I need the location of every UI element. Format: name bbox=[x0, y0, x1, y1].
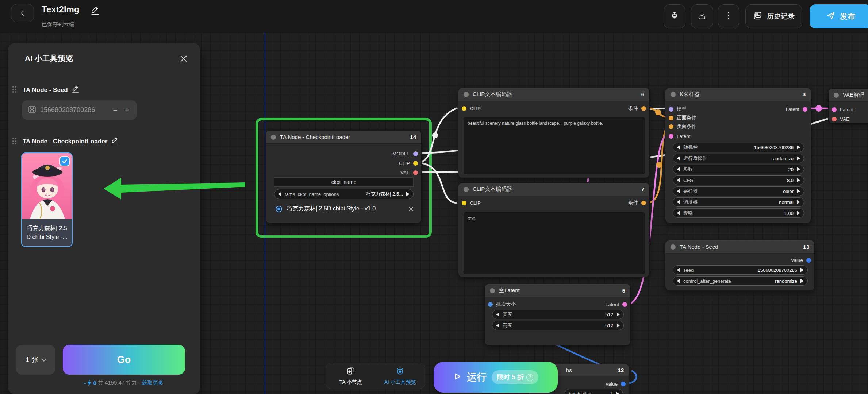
tab-ai-widget-preview[interactable]: AI 小工具预览 bbox=[376, 363, 425, 389]
collapse-dot-icon[interactable] bbox=[671, 244, 676, 250]
inc-icon[interactable] bbox=[617, 323, 620, 328]
node-title-bar[interactable]: K采样器 3 bbox=[665, 88, 811, 101]
widget-height[interactable]: 高度 512 bbox=[492, 321, 624, 330]
value-port-dot[interactable] bbox=[806, 258, 811, 263]
widget-sampler[interactable]: 采样器 euler bbox=[673, 186, 804, 196]
seed-input[interactable]: 156680208700286 − + bbox=[22, 100, 137, 120]
inc-icon[interactable] bbox=[797, 200, 800, 204]
node-title-bar[interactable]: TA Node - Seed 13 bbox=[665, 240, 814, 254]
clip-port-dot[interactable] bbox=[462, 201, 466, 205]
node-empty-latent[interactable]: 空Latent 5 批次大小 Latent 宽度 512 高度 512 bbox=[484, 284, 631, 345]
port-value-out[interactable]: value bbox=[791, 256, 811, 264]
dec-icon[interactable] bbox=[677, 189, 680, 193]
cond-port-dot[interactable] bbox=[641, 201, 646, 205]
port-latent-out[interactable]: Latent bbox=[605, 301, 627, 308]
port-positive-in[interactable]: 正面条件 bbox=[669, 114, 696, 121]
latent-port-dot[interactable] bbox=[832, 107, 837, 112]
node-title-bar[interactable]: CLIP文本编码器 6 bbox=[458, 88, 649, 101]
collapse-dot-icon[interactable] bbox=[671, 92, 676, 97]
combo-prev-icon[interactable] bbox=[278, 192, 281, 196]
latent-port-dot[interactable] bbox=[622, 302, 627, 307]
value-port-dot[interactable] bbox=[621, 382, 626, 386]
publish-button[interactable]: 发布 bbox=[810, 4, 868, 28]
port-clip-in[interactable]: CLIP bbox=[462, 105, 481, 112]
model-port-dot[interactable] bbox=[669, 107, 673, 112]
port-cond-out[interactable]: 条件 bbox=[628, 199, 646, 206]
port-model-in[interactable]: 模型 bbox=[669, 105, 687, 113]
clip-port-dot[interactable] bbox=[462, 106, 466, 111]
model-card[interactable]: 巧克力森林| 2.5 D chibi Style -... bbox=[21, 152, 73, 247]
node-vae-decode[interactable]: VAE解码 Latent VAE bbox=[828, 88, 868, 123]
widget-seed[interactable]: 随机种 156680208700286 bbox=[673, 143, 804, 152]
dec-icon[interactable] bbox=[677, 156, 680, 161]
node-clip-encode-negative[interactable]: CLIP文本编码器 7 CLIP 条件 text bbox=[458, 182, 650, 277]
clip-port-dot[interactable] bbox=[413, 161, 418, 166]
close-icon[interactable] bbox=[180, 55, 188, 63]
node-title-bar[interactable]: 空Latent 5 bbox=[485, 284, 630, 297]
port-negative-in[interactable]: 负面条件 bbox=[669, 123, 696, 130]
edit-icon[interactable] bbox=[111, 136, 119, 147]
port-cond-out[interactable]: 条件 bbox=[628, 105, 646, 112]
port-vae[interactable]: VAE bbox=[400, 169, 418, 176]
latent-port-dot[interactable] bbox=[669, 134, 673, 139]
dec-icon[interactable] bbox=[677, 279, 680, 283]
edit-title-icon[interactable] bbox=[91, 5, 100, 17]
remove-model-icon[interactable] bbox=[408, 206, 414, 212]
clean-canvas-button[interactable] bbox=[664, 4, 685, 28]
widget-seed[interactable]: seed 156680208700286 bbox=[673, 265, 808, 275]
inc-icon[interactable] bbox=[797, 211, 800, 215]
inc-icon[interactable] bbox=[800, 279, 804, 283]
port-clip[interactable]: CLIP bbox=[399, 159, 418, 167]
port-value-out[interactable]: value bbox=[606, 380, 626, 387]
node-checkpoint-loader[interactable]: TA Node - CheckpointLoader 14 MODEL CLIP… bbox=[265, 130, 422, 223]
widget-batch-size[interactable]: batch_size 1 bbox=[565, 389, 623, 394]
tab-ta-nodes[interactable]: TA 小节点 bbox=[326, 363, 376, 389]
dec-icon[interactable] bbox=[677, 178, 680, 182]
port-vae-in[interactable]: VAE bbox=[832, 115, 849, 123]
node-title-bar[interactable]: VAE解码 bbox=[829, 89, 868, 102]
widget-control-after-generate[interactable]: control_after_generate randomize bbox=[673, 276, 808, 286]
get-more-link[interactable]: 获取更多 bbox=[142, 379, 164, 386]
port-model[interactable]: MODEL bbox=[392, 150, 418, 157]
inc-icon[interactable] bbox=[797, 178, 800, 182]
port-batch-in[interactable]: 批次大小 bbox=[488, 301, 516, 308]
dec-icon[interactable] bbox=[677, 167, 680, 171]
run-button[interactable]: 运行 限时 5 折 ? bbox=[434, 362, 558, 393]
inc-icon[interactable] bbox=[797, 167, 800, 171]
port-latent-out[interactable]: Latent bbox=[786, 105, 807, 113]
checkbox-checked-icon[interactable] bbox=[59, 156, 70, 166]
node-ta-seed[interactable]: TA Node - Seed 13 value seed 15668020870… bbox=[665, 240, 815, 291]
collapse-dot-icon[interactable] bbox=[464, 187, 469, 192]
widget-width[interactable]: 宽度 512 bbox=[492, 310, 624, 319]
port-latent-in[interactable]: Latent bbox=[669, 132, 691, 140]
dec-icon[interactable] bbox=[496, 323, 499, 328]
ckpt-name-field[interactable]: ckpt_name bbox=[274, 177, 414, 187]
prompt-textarea[interactable]: beautiful scenery nature glass bottle la… bbox=[464, 117, 645, 174]
batch-port-dot[interactable] bbox=[488, 302, 493, 307]
cond-port-dot[interactable] bbox=[669, 116, 673, 120]
image-count-select[interactable]: 1 张 bbox=[16, 345, 55, 375]
drag-handle-icon[interactable] bbox=[12, 86, 18, 96]
node-title-bar[interactable]: TA Node - CheckpointLoader 14 bbox=[266, 131, 421, 144]
port-clip-in[interactable]: CLIP bbox=[462, 199, 481, 206]
drag-handle-icon[interactable] bbox=[12, 138, 18, 147]
go-button[interactable]: Go bbox=[63, 345, 185, 375]
node-clip-encode-positive[interactable]: CLIP文本编码器 6 CLIP 条件 beautiful scenery na… bbox=[458, 88, 650, 178]
model-radio-row[interactable]: 巧克力森林| 2.5D chibi Style - v1.0 bbox=[276, 205, 414, 213]
widget-steps[interactable]: 步数 20 bbox=[673, 165, 804, 174]
inc-icon[interactable] bbox=[617, 312, 620, 317]
inc-icon[interactable] bbox=[797, 189, 800, 193]
model-port-dot[interactable] bbox=[413, 151, 418, 156]
help-icon[interactable]: ? bbox=[526, 374, 533, 381]
dec-icon[interactable] bbox=[677, 145, 680, 150]
dec-icon[interactable] bbox=[677, 200, 680, 204]
latent-port-dot[interactable] bbox=[803, 107, 807, 112]
download-button[interactable] bbox=[691, 4, 713, 28]
more-options-button[interactable] bbox=[718, 4, 739, 28]
vae-port-dot[interactable] bbox=[413, 170, 418, 175]
widget-denoise[interactable]: 降噪 1.00 bbox=[673, 208, 804, 218]
history-button[interactable]: 历史记录 bbox=[745, 4, 802, 28]
inc-icon[interactable] bbox=[797, 156, 800, 161]
dec-icon[interactable] bbox=[677, 211, 680, 215]
widget-control-after[interactable]: 运行后操作 randomize bbox=[673, 154, 804, 163]
